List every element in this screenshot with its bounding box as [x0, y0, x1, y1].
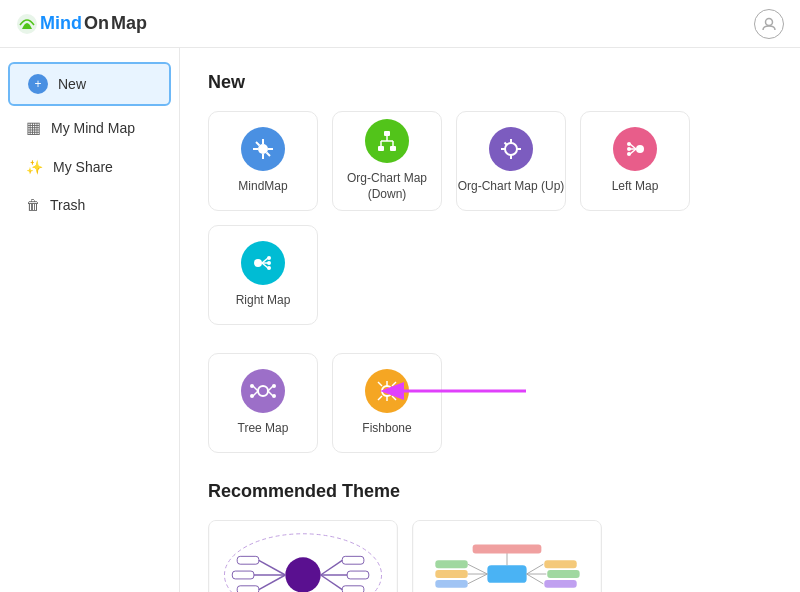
svg-rect-86 [544, 580, 576, 588]
sidebar-item-trash[interactable]: 🗑 Trash [8, 187, 171, 223]
map-card-org-chart-up[interactable]: Org-Chart Map (Up) [456, 111, 566, 211]
org-chart-up-icon [489, 127, 533, 171]
svg-point-36 [258, 386, 268, 396]
svg-point-1 [766, 18, 773, 25]
logo-on-text: On [84, 13, 109, 34]
sidebar-label-trash: Trash [50, 197, 85, 213]
svg-line-7 [256, 142, 260, 146]
svg-point-42 [250, 394, 254, 398]
map-icon: ▦ [26, 118, 41, 137]
sidebar: + New ▦ My Mind Map ✨ My Share 🗑 Trash [0, 48, 180, 592]
map-type-grid-row2: Tree Map [208, 353, 772, 453]
svg-point-41 [250, 384, 254, 388]
svg-point-22 [636, 145, 644, 153]
right-map-label: Right Map [236, 293, 291, 309]
sidebar-item-my-share[interactable]: ✨ My Share [8, 149, 171, 185]
svg-point-34 [267, 261, 271, 265]
recommended-section-title: Recommended Theme [208, 481, 772, 502]
main-content: New MindMap [180, 48, 800, 592]
svg-point-56 [285, 557, 320, 592]
svg-point-29 [254, 259, 262, 267]
new-section-title: New [208, 72, 772, 93]
svg-line-8 [267, 153, 271, 157]
logo-icon [16, 13, 38, 35]
svg-rect-80 [435, 580, 467, 588]
main-layout: + New ▦ My Mind Map ✨ My Share 🗑 Trash N… [0, 48, 800, 592]
svg-rect-10 [378, 146, 384, 151]
svg-rect-11 [390, 146, 396, 151]
tree-map-icon [241, 369, 285, 413]
fishbone-label: Fishbone [362, 421, 411, 437]
svg-point-35 [267, 266, 271, 270]
svg-line-21 [505, 143, 508, 146]
mindmap-label: MindMap [238, 179, 287, 195]
fishbone-arrow-annotation [376, 371, 536, 415]
svg-point-28 [627, 152, 631, 156]
logo-mind-text: Mind [40, 13, 82, 34]
svg-point-44 [272, 394, 276, 398]
svg-rect-84 [544, 560, 576, 568]
sidebar-item-my-mind-map[interactable]: ▦ My Mind Map [8, 108, 171, 147]
user-icon [761, 16, 777, 32]
svg-point-26 [627, 142, 631, 146]
share-icon: ✨ [26, 159, 43, 175]
map-card-mindmap[interactable]: MindMap [208, 111, 318, 211]
map-type-grid-row1: MindMap Org-Chart Map(Down) [208, 111, 772, 325]
plus-icon: + [28, 74, 48, 94]
logo-map-text: Map [111, 13, 147, 34]
svg-point-27 [627, 147, 631, 151]
map-card-org-chart-down[interactable]: Org-Chart Map(Down) [332, 111, 442, 211]
mindmap-icon [241, 127, 285, 171]
svg-rect-79 [435, 570, 467, 578]
map-card-tree-map[interactable]: Tree Map [208, 353, 318, 453]
svg-rect-85 [547, 570, 579, 578]
logo: MindOnMap [16, 13, 147, 35]
org-chart-up-label: Org-Chart Map (Up) [458, 179, 565, 195]
sidebar-label-my-mind-map: My Mind Map [51, 120, 135, 136]
right-map-icon [241, 241, 285, 285]
svg-rect-74 [473, 545, 542, 554]
org-chart-down-label: Org-Chart Map(Down) [347, 171, 427, 202]
svg-point-33 [267, 256, 271, 260]
svg-rect-72 [487, 565, 526, 583]
map-card-right-map[interactable]: Right Map [208, 225, 318, 325]
sidebar-item-new[interactable]: + New [8, 62, 171, 106]
svg-rect-78 [435, 560, 467, 568]
theme-grid [208, 520, 772, 592]
org-chart-down-icon [365, 119, 409, 163]
left-map-label: Left Map [612, 179, 659, 195]
theme-card-2[interactable] [412, 520, 602, 592]
map-card-left-map[interactable]: Left Map [580, 111, 690, 211]
left-map-icon [613, 127, 657, 171]
sidebar-label-new: New [58, 76, 86, 92]
svg-point-43 [272, 384, 276, 388]
svg-rect-9 [384, 131, 390, 136]
sidebar-label-my-share: My Share [53, 159, 113, 175]
trash-icon: 🗑 [26, 197, 40, 213]
app-header: MindOnMap [0, 0, 800, 48]
user-avatar-button[interactable] [754, 9, 784, 39]
tree-map-label: Tree Map [238, 421, 289, 437]
theme-card-1[interactable] [208, 520, 398, 592]
